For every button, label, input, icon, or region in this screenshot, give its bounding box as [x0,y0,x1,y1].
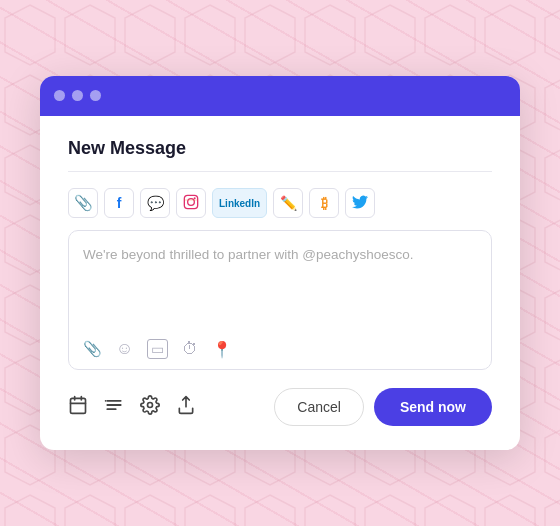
window-body: New Message 📎 f 💬 [40,116,520,451]
button-group: Cancel Send now [274,388,492,426]
cancel-button[interactable]: Cancel [274,388,364,426]
messenger-icon: 💬 [147,195,164,211]
tab-linkedin[interactable]: LinkedIn [212,188,267,218]
window-dot-2 [72,90,83,101]
tab-messenger[interactable]: 💬 [140,188,170,218]
compose-window: New Message 📎 f 💬 [40,76,520,451]
title-bar [40,76,520,116]
window-dot-3 [90,90,101,101]
svg-point-2 [194,197,196,199]
bottom-bar: Cancel Send now [68,388,492,426]
tab-instagram[interactable] [176,188,206,218]
social-tabs: 📎 f 💬 LinkedIn [68,188,492,218]
tab-facebook[interactable]: f [104,188,134,218]
location-icon[interactable]: 📍 [212,340,232,359]
attach-icon[interactable]: 📎 [83,340,102,358]
send-now-button[interactable]: Send now [374,388,492,426]
paperclip-tab-icon: 📎 [74,194,93,212]
edit-icon: ✏️ [280,195,297,211]
bitcoin-icon: ₿ [321,195,328,211]
page-title: New Message [68,138,492,159]
message-placeholder-text: We're beyond thrilled to partner with @p… [83,245,477,327]
tab-paperclip[interactable]: 📎 [68,188,98,218]
svg-rect-3 [71,398,86,413]
message-toolbar: 📎 ☺ ▭ ⏱ 📍 [83,339,477,359]
media-icon[interactable]: ▭ [147,339,168,359]
window-dot-1 [54,90,65,101]
export-icon[interactable] [176,395,196,420]
tab-twitter[interactable] [345,188,375,218]
facebook-icon: f [117,195,122,211]
calendar-icon[interactable] [68,395,88,420]
divider [68,171,492,173]
timer-icon[interactable]: ⏱ [182,340,198,358]
emoji-icon[interactable]: ☺ [116,339,133,359]
instagram-icon [183,194,199,213]
action-icons [68,395,196,420]
settings-icon[interactable] [140,395,160,420]
svg-point-1 [188,198,195,205]
svg-rect-0 [184,195,197,208]
tab-edit[interactable]: ✏️ [273,188,303,218]
list-icon[interactable] [104,395,124,420]
svg-point-11 [148,402,153,407]
linkedin-icon: LinkedIn [219,198,260,209]
tab-bitcoin[interactable]: ₿ [309,188,339,218]
twitter-icon [352,195,368,212]
message-compose-area[interactable]: We're beyond thrilled to partner with @p… [68,230,492,370]
